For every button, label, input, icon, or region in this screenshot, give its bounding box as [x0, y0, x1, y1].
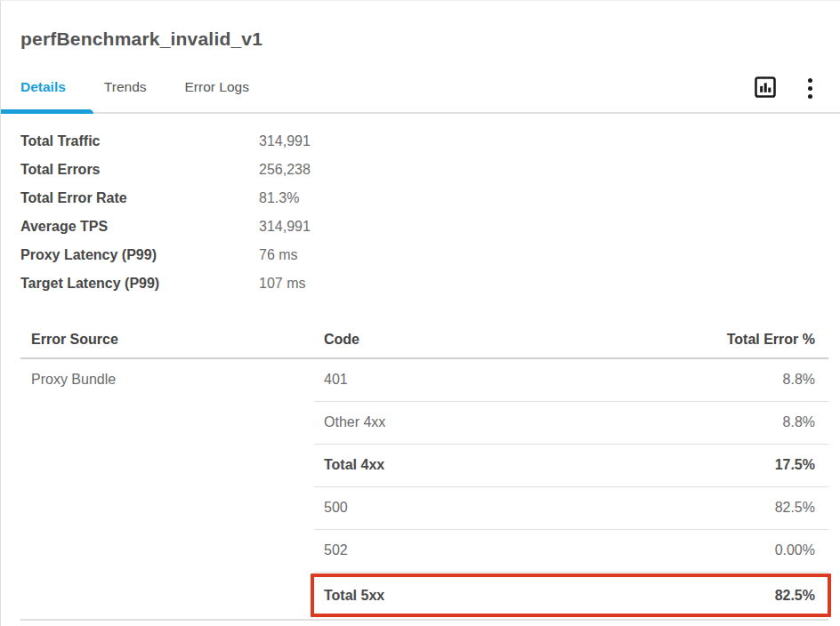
- more-options-button[interactable]: [796, 74, 824, 102]
- code-cell: 500: [324, 500, 348, 516]
- page-title: perfBenchmark_invalid_v1: [20, 28, 262, 50]
- column-header-error-source: Error Source: [31, 332, 118, 348]
- summary-stats: Total Traffic 314,991 Total Errors 256,2…: [20, 127, 311, 298]
- active-tab-indicator: [1, 109, 93, 114]
- code-cell: 502: [324, 542, 348, 558]
- stat-label: Proxy Latency (P99): [20, 247, 259, 263]
- tab-error-logs[interactable]: Error Logs: [185, 79, 249, 95]
- tab-details[interactable]: Details: [20, 79, 66, 95]
- percent-cell: 17.5%: [775, 457, 815, 473]
- table-row: Proxy Bundle 401 8.8%: [20, 359, 828, 402]
- code-cell: Other 4xx: [324, 414, 385, 430]
- toolbar: [751, 75, 824, 101]
- summary-row: Average TPS 314,991: [20, 213, 311, 241]
- table-row: 502 0.00%: [20, 530, 828, 573]
- summary-row: Total Error Rate 81.3%: [20, 184, 311, 213]
- stat-label: Total Errors: [20, 162, 259, 178]
- percent-cell: 82.5%: [775, 588, 815, 604]
- stat-label: Average TPS: [20, 219, 259, 235]
- error-source-cell: Proxy Bundle: [31, 372, 116, 388]
- stat-value: 314,991: [259, 219, 311, 235]
- stat-value: 314,991: [259, 133, 311, 149]
- table-row: Other 4xx 8.8%: [20, 402, 828, 445]
- code-cell: Total 4xx: [324, 457, 384, 473]
- summary-row: Proxy Latency (P99) 76 ms: [20, 241, 311, 269]
- report-panel: perfBenchmark_invalid_v1 Details Trends …: [0, 0, 840, 626]
- code-cell: 401: [324, 372, 348, 388]
- stat-label: Total Traffic: [20, 133, 259, 149]
- percent-cell: 8.8%: [783, 414, 815, 430]
- error-breakdown-table: Error Source Code Total Error % Proxy Bu…: [20, 323, 828, 621]
- bar-chart-icon: [753, 75, 778, 102]
- column-header-total-error-pct: Total Error %: [727, 332, 815, 348]
- tab-bar: Details Trends Error Logs: [20, 79, 249, 95]
- table-header-row: Error Source Code Total Error %: [20, 323, 828, 359]
- kebab-menu-icon: [808, 78, 812, 99]
- stat-value: 256,238: [259, 162, 311, 178]
- table-row-total-4xx: Total 4xx 17.5%: [20, 445, 828, 487]
- stat-label: Target Latency (P99): [20, 276, 259, 292]
- highlight-box: [311, 574, 831, 617]
- tab-trends[interactable]: Trends: [104, 79, 147, 95]
- stat-value: 107 ms: [259, 276, 305, 292]
- summary-row: Total Errors 256,238: [20, 156, 311, 184]
- summary-row: Target Latency (P99) 107 ms: [20, 269, 311, 298]
- table-row-total-5xx: Total 5xx 82.5%: [20, 573, 828, 621]
- percent-cell: 82.5%: [775, 500, 815, 516]
- percent-cell: 0.00%: [775, 542, 815, 558]
- stat-value: 81.3%: [259, 190, 299, 206]
- percent-cell: 8.8%: [783, 372, 815, 388]
- code-cell: Total 5xx: [324, 588, 384, 604]
- column-header-code: Code: [324, 332, 359, 348]
- summary-row: Total Traffic 314,991: [20, 127, 311, 156]
- stat-label: Total Error Rate: [20, 190, 259, 206]
- stat-value: 76 ms: [259, 247, 298, 263]
- chart-view-button[interactable]: [751, 74, 779, 102]
- tab-bar-divider: [1, 112, 840, 114]
- table-row: 500 82.5%: [20, 487, 828, 530]
